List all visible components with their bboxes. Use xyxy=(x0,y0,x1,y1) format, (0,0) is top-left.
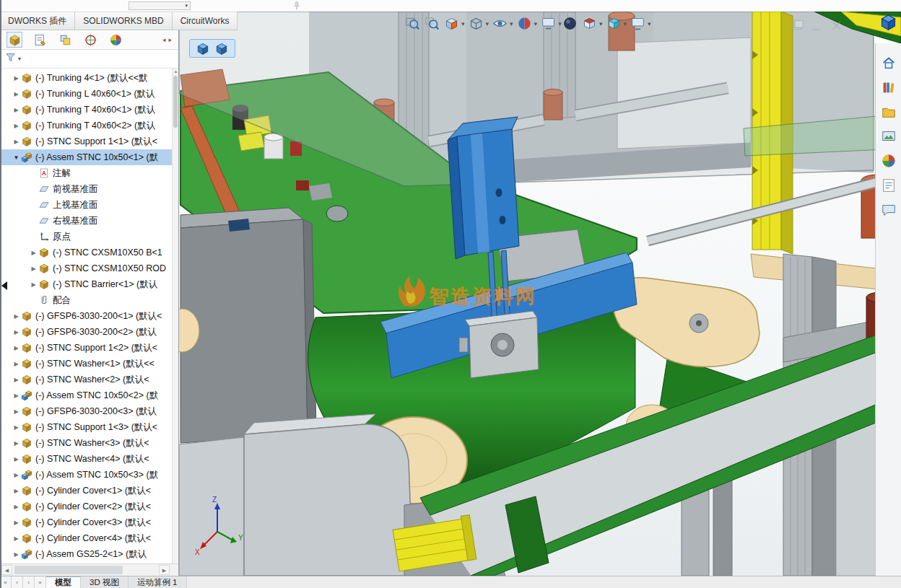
apply-scene-icon[interactable] xyxy=(562,15,578,32)
tree-item[interactable]: ▶(-) Cylinder Cover<4> (默认< xyxy=(0,530,178,546)
expand-arrow-icon[interactable]: ▶ xyxy=(12,408,21,415)
panel-tab-property-manager[interactable] xyxy=(32,32,48,48)
panel-tab-scroll[interactable]: ◂▸ xyxy=(162,36,172,43)
tab-scroll-last-icon[interactable]: » xyxy=(35,576,46,588)
tree-item[interactable]: ▶(-) STNC Support 1<2> (默认< xyxy=(0,340,178,356)
machine-box-left[interactable] xyxy=(179,208,316,443)
view-palette-icon[interactable] xyxy=(879,127,897,145)
zoom-area-icon[interactable] xyxy=(424,15,440,32)
home-icon[interactable] xyxy=(879,53,897,71)
ribbon-tab-2[interactable]: SOLIDWORKS MBD xyxy=(75,12,172,30)
panel-tab-feature-tree[interactable] xyxy=(6,32,22,48)
tree-item[interactable]: ▶(-) GFSP6-3030-200<1> (默认< xyxy=(0,308,178,324)
tree-item[interactable]: 原点 xyxy=(0,229,178,245)
expand-arrow-icon[interactable]: ▶ xyxy=(12,519,21,526)
minimize-window-icon[interactable] xyxy=(809,17,825,34)
expand-arrow-icon[interactable]: ▼ xyxy=(12,154,21,161)
float-window-icon[interactable] xyxy=(789,17,806,34)
tree-item[interactable]: ▶(-) Cylinder Cover<2> (默认< xyxy=(0,499,178,514)
expand-arrow-icon[interactable]: ▶ xyxy=(29,281,38,288)
dropdown-arrow-icon[interactable]: ▾ xyxy=(624,20,627,27)
view-settings-icon[interactable] xyxy=(540,15,557,32)
expand-arrow-icon[interactable]: ▶ xyxy=(12,139,21,145)
dropdown-arrow-icon[interactable]: ▾ xyxy=(534,20,538,27)
hide-show-items-icon[interactable] xyxy=(492,15,508,32)
3d-scene[interactable]: Z X Y 智造资料网 xyxy=(179,12,901,576)
design-library-icon[interactable] xyxy=(879,78,897,96)
tree-item[interactable]: ▶(-) STNC Washer<3> (默认< xyxy=(0,435,178,451)
hscroll-thumb[interactable] xyxy=(14,566,123,574)
tree-item[interactable]: ▶(-) GFSP6-3030-200<3> (默认 xyxy=(0,403,178,419)
status-tab-2[interactable]: 3D 视图 xyxy=(81,576,129,588)
tree-item[interactable]: ▶(-) Cylinder Cover<3> (默认< xyxy=(0,514,178,530)
tree-item[interactable]: A注解 xyxy=(0,165,178,181)
expand-arrow-icon[interactable]: ▶ xyxy=(12,91,21,97)
tree-item[interactable]: ▶(-) Cylinder Cover<1> (默认< xyxy=(0,483,178,499)
assembly-doc-1-icon[interactable] xyxy=(196,41,210,56)
display-style-icon[interactable] xyxy=(468,15,484,32)
expand-arrow-icon[interactable]: ▶ xyxy=(12,107,21,113)
expand-arrow-icon[interactable]: ▶ xyxy=(12,456,21,462)
status-tab-3[interactable]: 运动算例 1 xyxy=(129,576,187,588)
dropdown-arrow-icon[interactable]: ▾ xyxy=(648,20,651,27)
appearances-scenes-icon[interactable] xyxy=(879,152,897,170)
dropdown-arrow-icon[interactable]: ▾ xyxy=(486,20,489,27)
view-orientation-icon[interactable] xyxy=(581,15,598,32)
tree-item[interactable]: ▶(-) STNC Washer<4> (默认< xyxy=(0,451,178,467)
section-view-icon[interactable] xyxy=(443,15,460,32)
tree-item[interactable]: 上视基准面 xyxy=(0,197,178,213)
expand-arrow-icon[interactable]: ▶ xyxy=(12,504,21,510)
tree-item[interactable]: ▶(-) Assem GS25-2<1> (默认 xyxy=(0,546,178,562)
expand-arrow-icon[interactable]: ▶ xyxy=(12,551,21,558)
tree-item[interactable]: ▶(-) STNC CXSM10X50 ROD xyxy=(0,260,178,276)
panel-tab-display-manager[interactable] xyxy=(108,32,123,48)
graphics-viewport[interactable]: Z X Y 智造资料网 ▾▾▾▾▾ ▾▾▾ xyxy=(179,12,901,576)
tree-item[interactable]: ▶(-) Trunking 4<1> (默认<<默 xyxy=(0,70,178,86)
pin-icon[interactable] xyxy=(292,1,302,11)
file-explorer-icon[interactable] xyxy=(879,102,897,120)
tree-item[interactable]: ▶(-) STNC Washer<1> (默认<< xyxy=(0,356,178,372)
expand-arrow-icon[interactable]: ▶ xyxy=(12,75,21,82)
expand-arrow-icon[interactable]: ▶ xyxy=(12,361,21,367)
expand-arrow-icon[interactable]: ▶ xyxy=(29,266,38,272)
status-tab-1[interactable]: 模型 xyxy=(46,576,81,588)
custom-properties-icon[interactable] xyxy=(879,176,897,194)
tree-item[interactable]: ▶(-) STNC Support 1<1> (默认< xyxy=(0,133,178,149)
tree-item[interactable]: 右视基准面 xyxy=(0,213,178,229)
expand-arrow-icon[interactable]: ▶ xyxy=(12,313,21,320)
expand-arrow-icon[interactable]: ▶ xyxy=(12,535,21,542)
expand-arrow-icon[interactable]: ▶ xyxy=(12,424,21,431)
tree-item[interactable]: 配合 xyxy=(0,292,178,308)
fullscreen-icon[interactable] xyxy=(630,15,646,32)
zoom-fit-icon[interactable] xyxy=(404,15,421,32)
expand-arrow-icon[interactable]: ▶ xyxy=(12,488,21,494)
tree-item[interactable]: ▶(-) STNC CXSM10X50 B<1 xyxy=(0,245,178,260)
assembly-doc-2-icon[interactable] xyxy=(214,41,229,56)
scroll-thumb[interactable] xyxy=(173,76,178,128)
ribbon-tab-3[interactable]: CircuitWorks xyxy=(173,12,238,30)
close-window-icon[interactable] xyxy=(828,17,845,34)
tree-vertical-scrollbar[interactable]: ▲ xyxy=(172,69,178,563)
tree-item[interactable]: ▶(-) STNC Barrier<1> (默认 xyxy=(0,276,178,292)
tab-scroll-next-icon[interactable]: › xyxy=(23,576,35,588)
filter-funnel-icon[interactable] xyxy=(4,51,17,66)
tab-scroll-prev-icon[interactable]: ‹ xyxy=(12,576,23,588)
expand-arrow-icon[interactable]: ▶ xyxy=(12,123,21,129)
scroll-up-icon[interactable]: ▲ xyxy=(173,69,178,74)
scroll-left-icon[interactable]: ◀ xyxy=(1,565,12,575)
tree-item[interactable]: ▶(-) Trunking L 40x60<1> (默认 xyxy=(0,86,178,102)
expand-arrow-icon[interactable]: ▶ xyxy=(12,440,21,447)
expand-arrow-icon[interactable]: ▶ xyxy=(12,329,21,335)
ribbon-tab-1[interactable]: DWORKS 插件 xyxy=(0,12,75,30)
scroll-right-icon[interactable]: ▶ xyxy=(159,565,170,575)
expand-arrow-icon[interactable]: ▶ xyxy=(12,377,21,383)
tree-item[interactable]: 前视基准面 xyxy=(0,181,178,197)
slider-block[interactable] xyxy=(459,311,539,378)
filter-dropdown-icon[interactable]: ▾ xyxy=(18,56,21,62)
tree-item[interactable]: ▶(-) Trunking T 40x60<1> (默认 xyxy=(0,102,178,118)
dropdown-arrow-icon[interactable]: ▾ xyxy=(510,20,513,27)
quick-access-dropdown[interactable]: ▾ xyxy=(129,1,191,10)
selected-actuator-part[interactable] xyxy=(448,117,519,259)
tree-item[interactable]: ▶(-) GFSP6-3030-200<2> (默认 xyxy=(0,324,178,340)
tab-scroll-first-icon[interactable]: « xyxy=(0,576,12,588)
